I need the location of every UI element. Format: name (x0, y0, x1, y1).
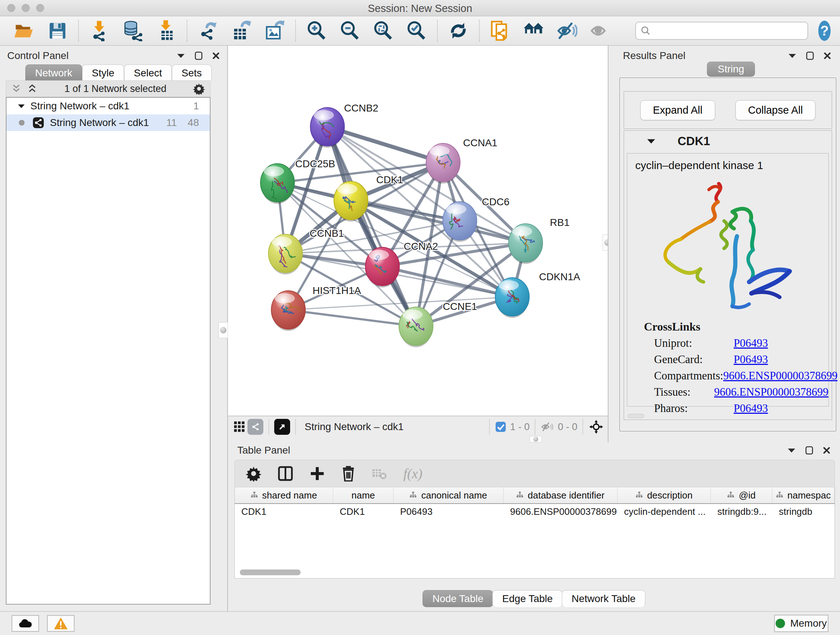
birdseye-view-toggle[interactable] (274, 419, 290, 435)
node-label-CCNA2: CCNA2 (404, 241, 438, 252)
left-splitter-handle[interactable] (218, 322, 228, 338)
network-canvas[interactable]: CCNB2CCNA1CDC25BCDK1CDC6RB1CCNB1CCNA2CDK… (228, 46, 608, 416)
panel-menu-icon[interactable] (787, 448, 796, 453)
crosslinks-title: CrossLinks (627, 320, 829, 333)
tab-style[interactable]: Style (82, 65, 124, 81)
expand-all-icon[interactable] (27, 84, 38, 93)
table-row[interactable]: CDK1CDK1P064939606.ENSP00000378699cyclin… (235, 504, 835, 520)
crosslink-row: Tissues:9606.ENSP00000378699 (627, 382, 829, 399)
column-header-namespac[interactable]: namespac (772, 487, 835, 503)
collapse-all-button[interactable]: Collapse All (736, 100, 816, 120)
import-network-file-icon[interactable] (89, 20, 110, 41)
tab-edge-table[interactable]: Edge Table (493, 590, 562, 607)
entry-collapse-icon[interactable] (646, 138, 656, 144)
network-status-dot (19, 120, 25, 126)
zoom-in-icon[interactable] (306, 20, 327, 41)
zoom-selected-icon[interactable] (406, 20, 427, 41)
tab-sets[interactable]: Sets (172, 65, 212, 81)
network-row[interactable]: String Network – cdk1 11 48 (6, 114, 210, 131)
table-cell[interactable]: CDK1 (235, 504, 333, 520)
export-image-icon[interactable] (264, 20, 285, 41)
column-header-description[interactable]: description (617, 487, 711, 503)
tab-network-table[interactable]: Network Table (562, 590, 645, 607)
tab-select[interactable]: Select (124, 65, 172, 81)
network-options-gear-icon[interactable] (193, 82, 205, 95)
table-cell[interactable]: P06493 (393, 504, 504, 520)
crosslink-link[interactable]: P06493 (734, 402, 768, 415)
function-builder-button[interactable]: f(x) (403, 466, 423, 481)
cloud-button[interactable] (11, 615, 39, 632)
export-network-icon[interactable] (197, 20, 218, 41)
collection-expand-icon[interactable] (17, 103, 25, 109)
entry-scrollbar-thumb[interactable] (628, 414, 644, 418)
expand-all-button[interactable]: Expand All (640, 100, 715, 120)
hidden-eye-icon[interactable] (540, 421, 554, 432)
search-input[interactable] (651, 25, 803, 36)
delete-column-icon[interactable] (341, 466, 355, 481)
show-eye-icon[interactable] (590, 20, 611, 41)
entry-header[interactable]: CDK1 (624, 131, 832, 152)
crosslink-row: Compartments:9606.ENSP00000378699 (627, 366, 829, 382)
crosslink-link[interactable]: 9606.ENSP00000378699 (723, 369, 837, 382)
save-session-icon[interactable] (47, 20, 68, 41)
table-toolbar: f(x) (234, 460, 835, 487)
table-hscrollbar-thumb[interactable] (240, 570, 301, 575)
column-header-@id[interactable]: @id (711, 487, 772, 503)
zoom-out-icon[interactable] (339, 20, 360, 41)
float-panel-icon[interactable] (195, 51, 202, 60)
grid-view-icon[interactable] (232, 419, 248, 435)
show-columns-icon[interactable] (278, 466, 294, 481)
column-type-icon (636, 490, 643, 501)
close-panel-icon[interactable] (212, 52, 220, 60)
pan-crosshair-icon[interactable] (588, 419, 604, 435)
import-table-file-icon[interactable] (156, 20, 177, 41)
table-cell[interactable]: stringdb (772, 504, 835, 520)
tab-string[interactable]: String (707, 62, 755, 77)
network-selection-bar: 1 of 1 Network selected (6, 80, 210, 97)
close-panel-icon[interactable] (823, 52, 831, 60)
new-network-from-selection-icon[interactable] (490, 20, 511, 41)
table-cell[interactable]: 9606.ENSP00000378699 (504, 504, 617, 520)
open-session-icon[interactable] (14, 20, 35, 41)
column-header-canonical-name[interactable]: canonical name (393, 487, 504, 503)
apply-layout-icon[interactable] (448, 20, 469, 41)
help-button[interactable]: ? (818, 21, 831, 41)
create-column-icon[interactable] (309, 466, 325, 481)
bottom-splitter-handle[interactable] (530, 436, 542, 442)
export-table-icon[interactable] (231, 20, 252, 41)
selected-nodes-checkbox[interactable] (495, 421, 507, 432)
network-collection-row[interactable]: String Network – cdk1 1 (6, 98, 210, 114)
graph-node-RB1[interactable]: RB1 (508, 217, 569, 264)
delete-table-icon[interactable] (371, 466, 387, 481)
column-header-name[interactable]: name (333, 487, 393, 503)
column-header-shared-name[interactable]: shared name (235, 487, 333, 503)
table-options-gear-icon[interactable] (246, 466, 262, 481)
tab-network[interactable]: Network (25, 65, 82, 81)
hide-eye-icon[interactable] (556, 20, 577, 41)
tab-node-table[interactable]: Node Table (423, 590, 493, 607)
graph-node-CDKN1A[interactable]: CDKN1A (495, 271, 580, 318)
houses-icon[interactable] (523, 20, 544, 41)
close-panel-icon[interactable] (823, 447, 831, 454)
column-header-database-identifier[interactable]: database identifier (504, 487, 617, 503)
memory-button[interactable]: Memory (774, 615, 829, 632)
import-network-database-icon[interactable] (122, 20, 143, 41)
node-label-CCNA1: CCNA1 (463, 137, 497, 149)
float-panel-icon[interactable] (806, 51, 814, 60)
table-cell[interactable]: stringdb:9... (711, 504, 772, 520)
table-cell[interactable]: cyclin-dependent ... (617, 504, 711, 520)
panel-menu-icon[interactable] (788, 53, 797, 59)
crosslink-link[interactable]: P06493 (734, 337, 768, 349)
zoom-fit-icon[interactable] (373, 20, 393, 41)
graph-node-CCNA1[interactable]: CCNA1 (426, 137, 497, 184)
crosslink-link[interactable]: 9606.ENSP00000378699 (714, 386, 829, 398)
float-panel-icon[interactable] (805, 446, 813, 455)
network-share-view-icon[interactable] (248, 419, 264, 435)
crosslink-link[interactable]: P06493 (734, 353, 768, 366)
warnings-button[interactable] (47, 615, 74, 632)
node-label-RB1: RB1 (550, 217, 569, 228)
node-label-CCNB1: CCNB1 (309, 228, 344, 239)
collapse-all-icon[interactable] (11, 84, 22, 93)
table-cell[interactable]: CDK1 (333, 504, 393, 520)
panel-menu-icon[interactable] (177, 53, 185, 59)
